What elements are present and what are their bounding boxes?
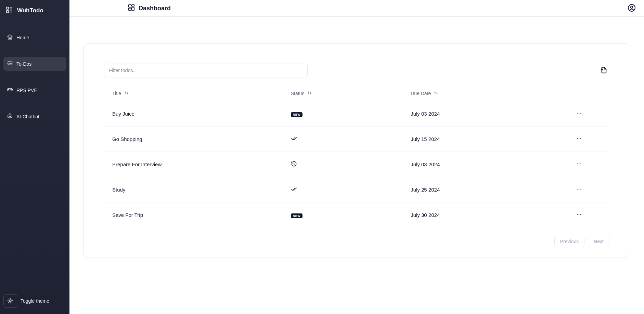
sun-icon <box>7 298 13 305</box>
svg-point-36 <box>577 113 578 114</box>
table-row: Buy Juice NEW July 03 2024 <box>104 101 609 127</box>
cell-due-date: July 15 2024 <box>407 127 549 152</box>
svg-rect-28 <box>129 5 131 7</box>
svg-rect-29 <box>132 5 134 6</box>
topbar-left: Dashboard <box>128 4 171 13</box>
svg-point-43 <box>579 163 579 164</box>
cell-title: Prepare For Interview <box>104 152 286 177</box>
page-title: Dashboard <box>139 5 171 12</box>
column-header-status[interactable]: Status <box>291 90 312 96</box>
row-actions-button[interactable] <box>575 159 583 169</box>
svg-point-49 <box>579 214 579 215</box>
topbar-right <box>628 4 636 13</box>
sort-icon <box>434 90 438 96</box>
todos-card: Title Status <box>83 43 630 258</box>
sidebar-item-chatbot[interactable]: AI-Chatbot <box>3 109 66 123</box>
column-label: Status <box>291 91 305 96</box>
cell-actions <box>549 152 609 177</box>
more-horizontal-icon <box>576 163 582 168</box>
previous-button[interactable]: Previous <box>554 236 584 247</box>
todos-table: Title Status <box>104 86 609 227</box>
dashboard-icon <box>128 4 135 13</box>
cell-status <box>286 127 407 152</box>
cell-status <box>286 152 407 177</box>
svg-point-32 <box>628 4 635 11</box>
sidebar-item-label: Home <box>16 35 29 40</box>
content: Title Status <box>69 17 644 314</box>
check-double-icon <box>291 137 297 143</box>
svg-point-37 <box>579 113 579 114</box>
list-icon <box>7 60 13 67</box>
cell-title: Study <box>104 177 286 202</box>
column-header-due-date[interactable]: Due Date <box>411 90 438 96</box>
theme-toggle-label: Toggle theme <box>21 298 49 304</box>
check-double-icon <box>291 187 297 193</box>
sort-icon <box>124 90 129 96</box>
sort-icon <box>307 90 312 96</box>
svg-point-13 <box>11 90 12 90</box>
sidebar: WuhTodo Home To-Dos RPS PVE AI-Chatbot <box>0 0 69 314</box>
svg-point-48 <box>577 214 578 215</box>
more-horizontal-icon <box>576 138 582 143</box>
svg-rect-14 <box>8 115 12 118</box>
svg-rect-1 <box>7 11 9 13</box>
svg-point-19 <box>9 300 11 302</box>
filter-input[interactable] <box>104 64 308 77</box>
cell-due-date: July 30 2024 <box>407 202 549 228</box>
table-row: Prepare For Interview July 03 2024 <box>104 152 609 177</box>
svg-point-45 <box>577 189 578 189</box>
svg-line-23 <box>12 302 12 302</box>
cell-due-date: July 03 2024 <box>407 152 549 177</box>
svg-line-22 <box>9 299 9 299</box>
next-button[interactable]: Next <box>588 236 609 247</box>
sidebar-item-home[interactable]: Home <box>3 30 66 44</box>
cell-actions <box>549 177 609 202</box>
svg-point-39 <box>577 138 578 139</box>
svg-point-33 <box>631 6 633 8</box>
column-header-title[interactable]: Title <box>112 90 129 96</box>
svg-point-50 <box>580 214 581 215</box>
svg-rect-0 <box>7 7 9 9</box>
row-actions-button[interactable] <box>575 109 583 119</box>
gamepad-icon <box>7 87 13 94</box>
svg-point-15 <box>9 116 10 117</box>
column-label: Due Date <box>411 91 431 96</box>
cell-due-date: July 03 2024 <box>407 101 549 127</box>
main: Dashboard <box>69 0 644 314</box>
svg-point-38 <box>580 113 581 114</box>
more-horizontal-icon <box>576 188 582 193</box>
row-actions-button[interactable] <box>575 210 583 220</box>
cell-title: Go Shopping <box>104 127 286 152</box>
sidebar-item-label: To-Dos <box>16 61 31 67</box>
svg-point-44 <box>580 163 581 164</box>
nav-list: Home To-Dos RPS PVE AI-Chatbot <box>3 27 66 127</box>
sidebar-item-label: RPS PVE <box>16 88 37 93</box>
file-plus-icon <box>600 70 607 75</box>
user-menu-button[interactable] <box>628 4 636 13</box>
brand: WuhTodo <box>3 3 66 20</box>
table-row: Save For Trip NEW July 30 2024 <box>104 202 609 228</box>
row-actions-button[interactable] <box>575 134 583 144</box>
svg-point-42 <box>577 163 578 164</box>
user-circle-icon <box>628 8 636 13</box>
brand-icon <box>5 6 13 15</box>
theme-toggle-button[interactable] <box>3 294 17 308</box>
status-new-badge: NEW <box>291 112 303 117</box>
toolbar <box>104 64 609 77</box>
sidebar-item-rps[interactable]: RPS PVE <box>3 83 66 97</box>
bot-icon <box>7 113 13 120</box>
home-icon <box>7 34 13 41</box>
cell-status <box>286 177 407 202</box>
cell-status: NEW <box>286 101 407 127</box>
sidebar-item-todos[interactable]: To-Dos <box>3 57 66 71</box>
history-icon <box>291 162 297 168</box>
cell-title: Save For Trip <box>104 202 286 228</box>
more-horizontal-icon <box>576 112 582 117</box>
row-actions-button[interactable] <box>575 185 583 195</box>
svg-line-27 <box>12 299 12 299</box>
svg-point-18 <box>10 114 10 114</box>
add-todo-button[interactable] <box>598 64 609 77</box>
sidebar-footer: Toggle theme <box>3 288 66 311</box>
sidebar-item-label: AI-Chatbot <box>16 114 39 119</box>
cell-actions <box>549 101 609 127</box>
